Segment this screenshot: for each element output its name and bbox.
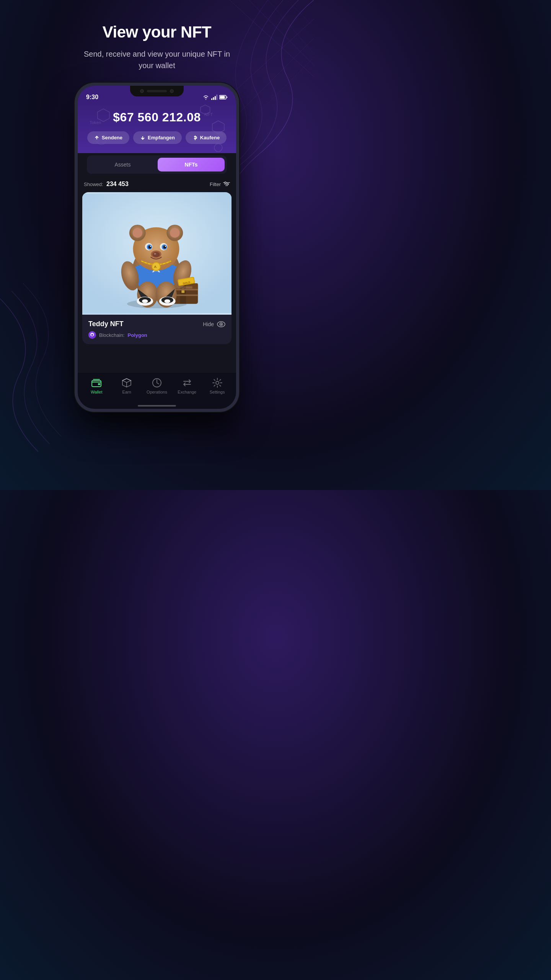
nft-blockchain-row: Blockchain: Polygon [88, 331, 225, 339]
svg-point-77 [216, 381, 219, 384]
content-area: Showed: 234 453 Filter [78, 175, 236, 372]
svg-text:A: A [154, 265, 156, 269]
tab-assets[interactable]: Assets [89, 158, 156, 172]
tab-nfts[interactable]: NFTs [158, 158, 225, 172]
hero-title: View your NFT [77, 23, 237, 41]
nav-settings-label: Settings [210, 390, 225, 394]
svg-rect-12 [220, 96, 225, 99]
status-icons [202, 95, 228, 100]
showed-info: Showed: 234 453 [84, 181, 129, 188]
receive-button[interactable]: Empfangen [133, 131, 182, 144]
settings-nav-icon [212, 378, 222, 388]
nav-exchange-label: Exchange [178, 390, 196, 394]
nft-name: Teddy NFT [88, 320, 124, 328]
nav-operations[interactable]: Operations [142, 378, 172, 394]
speaker [147, 90, 167, 92]
wifi-icon [202, 95, 209, 100]
nft-info: Teddy NFT Hide [82, 315, 231, 344]
nav-earn[interactable]: Earn [112, 378, 142, 394]
filter-icon [223, 181, 230, 187]
wallet-balance: $67 560 212.08 [86, 110, 228, 124]
svg-rect-8 [213, 97, 214, 100]
bottom-nav: Wallet Earn [78, 372, 236, 403]
exchange-nav-icon [182, 378, 192, 388]
svg-rect-9 [215, 96, 216, 100]
action-buttons: Sendene Empfangen Kaufene [86, 131, 228, 144]
svg-point-55 [170, 228, 179, 238]
dollar-icon [192, 135, 198, 140]
home-indicator-bar [78, 403, 236, 409]
nav-operations-label: Operations [147, 390, 167, 394]
operations-nav-icon [152, 378, 162, 388]
eye-icon[interactable] [217, 321, 225, 327]
svg-point-25 [227, 183, 228, 185]
hero-section: View your NFT Send, receive and view you… [77, 0, 237, 71]
polygon-badge [88, 331, 96, 339]
phone-mockup: 9:30 [75, 83, 239, 412]
svg-point-65 [152, 252, 160, 257]
svg-line-4 [230, 19, 314, 96]
svg-point-62 [150, 246, 151, 247]
svg-rect-7 [211, 98, 212, 100]
asset-tabs: Assets NFTs [87, 155, 227, 174]
filter-button[interactable]: Filter [210, 181, 230, 187]
nav-settings[interactable]: Settings [202, 378, 232, 394]
teddy-svg: GOLD [82, 192, 231, 315]
sensor [170, 89, 174, 93]
svg-rect-10 [217, 95, 218, 100]
svg-point-50 [165, 299, 171, 303]
nav-exchange[interactable]: Exchange [172, 378, 202, 394]
nav-earn-label: Earn [122, 390, 131, 394]
nft-card: GOLD [82, 192, 231, 344]
svg-line-1 [249, 0, 314, 65]
nav-wallet[interactable]: Wallet [82, 378, 112, 394]
svg-line-0 [230, 0, 314, 77]
svg-point-49 [142, 299, 148, 303]
send-button[interactable]: Sendene [87, 131, 129, 144]
earn-nav-icon [122, 378, 132, 388]
nft-title-row: Teddy NFT Hide [88, 320, 225, 328]
phone-frame: 9:30 [75, 83, 239, 412]
receive-icon [140, 135, 145, 140]
buy-button[interactable]: Kaufene [186, 131, 227, 144]
svg-point-54 [133, 228, 142, 238]
svg-point-24 [225, 182, 226, 183]
send-icon [94, 135, 99, 140]
battery-icon [219, 95, 228, 100]
wallet-header: Token Coin NFT $67 560 212.08 Sendene [78, 104, 236, 153]
nft-image: GOLD [82, 192, 231, 315]
phone-notch [130, 86, 184, 96]
svg-rect-74 [98, 383, 100, 385]
svg-point-63 [165, 246, 166, 247]
svg-line-2 [268, 0, 314, 54]
svg-point-72 [220, 323, 222, 325]
polygon-logo [90, 333, 95, 337]
front-camera [140, 89, 144, 93]
filter-row: Showed: 234 453 Filter [82, 181, 231, 188]
svg-point-66 [154, 253, 156, 255]
status-time: 9:30 [86, 94, 98, 101]
svg-line-3 [287, 0, 314, 27]
nav-wallet-label: Wallet [91, 390, 102, 394]
hero-subtitle: Send, receive and view your unique NFT i… [77, 48, 237, 71]
signal-icon [211, 95, 217, 100]
wallet-nav-icon [91, 378, 101, 388]
svg-point-20 [214, 144, 222, 152]
home-indicator [138, 405, 176, 407]
nft-hide-row: Hide [203, 321, 225, 327]
